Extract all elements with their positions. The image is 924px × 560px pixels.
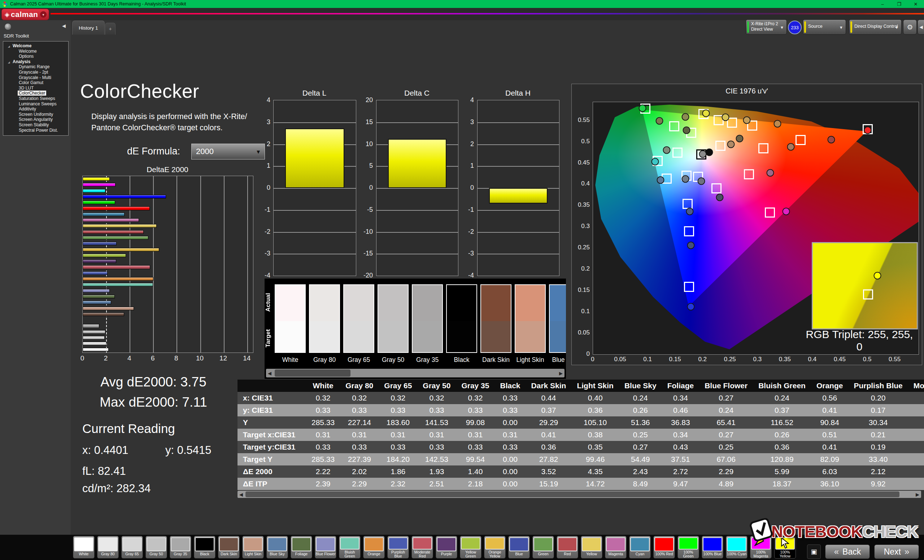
patch-label: Blue Sky [549,356,566,364]
actual-swatch [447,285,476,321]
display-control-dropdown[interactable]: Direct Display Control ▼ [849,19,902,34]
sidebar-item-grayscale-2pt[interactable]: Grayscale - 2pt [3,70,68,75]
table-cell: 0.20 [848,392,908,404]
col-header-light-skin: Light Skin [572,380,619,392]
patch-button-gray-65[interactable]: Gray 65 [121,536,143,559]
patch-button-label: 100% Magenta [750,550,771,558]
tab-add-button[interactable]: + [105,23,116,34]
tab-history-1[interactable]: History 1 [72,21,105,34]
patch-button-foliage[interactable]: Foliage [291,536,312,559]
patch-button-dark-skin[interactable]: Dark Skin [218,536,240,559]
patch-button-white[interactable]: White [73,536,94,559]
sidebar-item-screen-angularity[interactable]: Screen Angularity [3,117,68,122]
patch-button-100-red[interactable]: 100% Red [653,536,675,559]
next-button[interactable]: Next » [874,545,919,559]
table-cell: 0.21 [848,429,908,441]
sidebar-item-screen-stability[interactable]: Screen Stability [3,122,68,128]
table-cell: 0.00 [495,416,525,429]
patch-swatch [147,537,166,551]
current-x: x: 0.4401 [82,444,129,457]
y-tick-label: -2 [468,228,474,235]
tree-group-welcome[interactable]: ◢Welcome [3,43,68,49]
patch-button-gray-80[interactable]: Gray 80 [97,536,119,559]
patch-button-moderate-red[interactable]: Moderate Red [411,536,433,559]
patch-button-blue-flower[interactable]: Blue Flower [315,536,336,559]
sidebar-item-options[interactable]: Options [3,54,68,59]
sidebar-item-dynamic-range[interactable]: Dynamic Range [3,64,68,70]
x-tick-label: 6 [151,354,155,362]
minimize-button[interactable]: – [874,1,891,7]
gridline [477,166,559,167]
patch-button-blue[interactable]: Blue [508,536,530,559]
de2000-bar-purplish-blue [82,271,108,275]
patch-button-red[interactable]: Red [556,536,578,559]
patch-button-100-cyan[interactable]: 100% Cyan [726,536,747,559]
patch-button-gray-50[interactable]: Gray 50 [146,536,167,559]
patch-button-purple[interactable]: Purple [436,536,457,559]
sidebar-item-screen-uniformity[interactable]: Screen Uniformity [3,112,68,117]
patch-button-orange[interactable]: Orange [363,536,385,559]
sidebar-collapse-button[interactable]: ◀ [62,23,66,28]
delta_l-bar [285,129,344,188]
patch-button-yellow-green[interactable]: Yellow Green [460,536,482,559]
de2000-bar-purple [82,259,116,263]
patch-scrollbar[interactable]: ◀ ▶ [266,369,564,377]
patch-button-orange-yellow[interactable]: Orange Yellow [484,536,506,559]
x-tick-label: 0.1 [643,356,652,363]
chevron-down-icon: ▾ [40,11,46,18]
source-dropdown[interactable]: Source ▼ [803,19,846,34]
sidebar-item-colorchecker[interactable]: ColorChecker [3,91,68,96]
patch-button-label: Moderate Red [412,550,433,558]
sidebar-item-spectral-power-dist-[interactable]: Spectral Power Dist. [3,128,68,133]
sidebar-item-additivity[interactable]: Additivity [3,106,68,112]
patch-button-gray-35[interactable]: Gray 35 [170,536,191,559]
patch-button-black[interactable]: Black [194,536,216,559]
sidebar-item-color-gamut[interactable]: Color Gamut [3,80,68,85]
patch-swatch [727,537,746,551]
scroll-left-icon[interactable]: ◀ [266,369,273,377]
collapse-panel-button[interactable]: ◀ [918,19,924,34]
patch-button-bluish-green[interactable]: Bluish Green [339,536,361,559]
patch-button-blue-sky[interactable]: Blue Sky [266,536,288,559]
sidebar-item-saturation-sweeps[interactable]: Saturation Sweeps [3,96,68,101]
tree-group-analysis[interactable]: ◢Analysis [3,59,68,64]
patch-button-100-blue[interactable]: 100% Blue [702,536,723,559]
meter-count-badge[interactable]: 233 [788,21,802,34]
sidebar-item-luminance-sweeps[interactable]: Luminance Sweeps [3,101,68,107]
settings-gear-button[interactable]: ⚙ [903,19,917,34]
patch-button-yellow[interactable]: Yellow [581,536,602,559]
cie-zoom-inset [812,242,918,329]
display-icon-button[interactable]: ▣ [807,545,821,559]
scroll-right-icon[interactable]: ▶ [914,491,921,498]
patch-label: Light Skin [515,356,546,364]
close-button[interactable]: ✕ [908,1,924,7]
patch-button-cyan[interactable]: Cyan [629,536,651,559]
back-button[interactable]: « Back [825,545,870,559]
patch-button-green[interactable]: Green [532,536,554,559]
calman-menu-button[interactable]: ◈ calman ▾ [2,9,49,20]
sidebar-item-welcome[interactable]: Welcome [3,49,68,54]
max-de2000: Max dE2000: 7.11 [76,395,231,410]
y-tick-label: 0.25 [578,244,590,251]
sidebar: ◀ SDR Toolkit ◢WelcomeWelcomeOptions◢Ana… [0,20,71,535]
sidebar-pin-button[interactable] [4,23,12,30]
scrollbar-thumb[interactable] [245,491,900,497]
table-scrollbar[interactable]: ◀ ▶ [237,491,921,498]
measured-dot [787,143,794,150]
restore-button[interactable]: ❐ [891,1,908,7]
sidebar-item-3d-lut[interactable]: 3D LUT [3,85,68,91]
patch-button-purplish-blue[interactable]: Purplish Blue [387,536,409,559]
scrollbar-thumb[interactable] [274,370,351,377]
meter-dropdown-label: X-Rite i1Pro 2Direct View [751,21,778,32]
patch-button-light-skin[interactable]: Light Skin [242,536,264,559]
actual-swatch [378,285,408,321]
patch-button-100-green[interactable]: 100% Green [678,536,699,559]
patch-button-magenta[interactable]: Magenta [605,536,627,559]
sidebar-item-grayscale-multi[interactable]: Grayscale - Multi [3,75,68,81]
target-square [669,121,679,131]
table-cell: 2.51 [417,478,456,490]
table-cell: 59.48 [908,416,924,429]
meter-dropdown[interactable]: X-Rite i1Pro 2Direct View ▼ [746,19,787,34]
scroll-right-icon[interactable]: ▶ [557,369,564,377]
scroll-left-icon[interactable]: ◀ [237,491,245,498]
